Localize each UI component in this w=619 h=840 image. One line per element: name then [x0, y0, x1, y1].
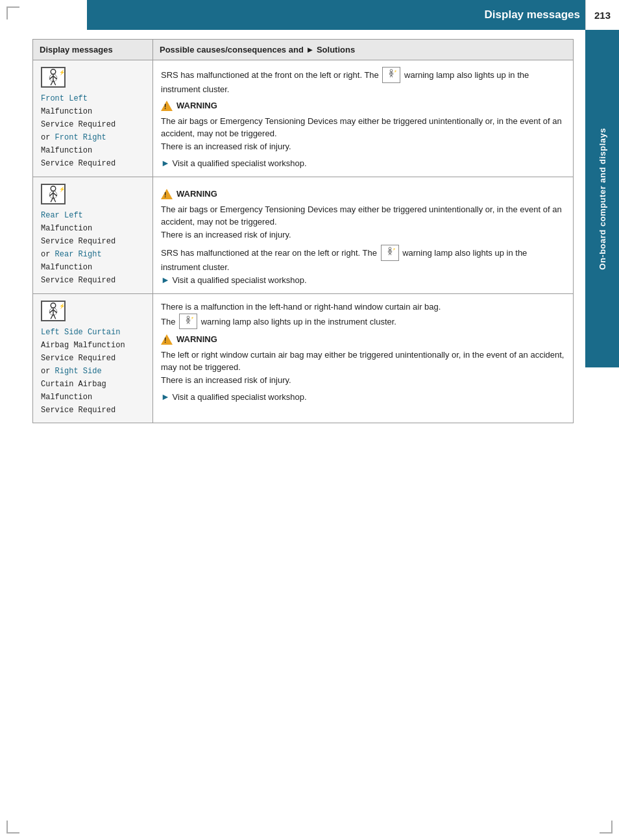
header-title: Display messages	[485, 8, 580, 21]
page-number: 213	[585, 0, 619, 30]
svg-text:⚡: ⚡	[59, 69, 64, 75]
main-content: Display messages Possible causes/consequ…	[32, 39, 574, 423]
svg-text:⚡: ⚡	[394, 69, 398, 73]
corner-mark-bl	[6, 821, 19, 834]
warning-header-2: WARNING	[161, 188, 565, 201]
warning-text-3b: There is an increased risk of injury.	[161, 374, 565, 387]
col2-header-text: Possible causes/consequences and ► Solut…	[160, 45, 355, 55]
col-header-causes: Possible causes/consequences and ► Solut…	[153, 40, 574, 60]
srs-icon-svg-2: ⚡	[42, 184, 64, 204]
display-line-front-right: Front Right	[55, 133, 106, 142]
warning-triangle-3	[161, 334, 173, 345]
svg-line-18	[49, 193, 53, 196]
display-line-service-3a: Service Required	[41, 354, 115, 363]
corner-mark-br	[600, 821, 613, 834]
display-line-curtain-3: Curtain Airbag	[41, 380, 106, 389]
svg-point-8	[391, 69, 393, 72]
warning-label-2: WARNING	[176, 188, 217, 201]
srs-icon-svg-1: ⚡	[42, 68, 64, 87]
display-line-service-2b: Service Required	[41, 276, 115, 285]
warning-text-2a: The air bags or Emergency Tensioning Dev…	[161, 203, 565, 229]
svg-point-16	[51, 186, 56, 191]
display-cell-2: ⚡ Rear Left Malfunction Service Required…	[33, 177, 153, 294]
causes-cell-2: WARNING The air bags or Emergency Tensio…	[153, 177, 574, 294]
warning-text-3a: The left or right window curtain air bag…	[161, 349, 565, 374]
svg-line-34	[49, 310, 53, 313]
warning-block-1: WARNING The air bags or Emergency Tensio…	[161, 99, 565, 153]
display-line-or-1: or	[41, 133, 55, 142]
inline-icon-2: ⚡	[381, 245, 399, 261]
display-line-rear-left: Rear Left	[41, 211, 83, 220]
arrow-icon-1: ►	[161, 158, 170, 168]
inline-srs-svg-1: ⚡	[385, 69, 397, 78]
display-line-or-3: or	[41, 367, 55, 376]
display-line-service-3b: Service Required	[41, 406, 115, 415]
warning-triangle-2	[161, 189, 173, 199]
display-line-malfunction-2b: Malfunction	[41, 263, 92, 272]
corner-mark-tl	[6, 6, 19, 19]
warning-label-3: WARNING	[176, 333, 217, 346]
causes-intro-3: There is a malfunction in the left-hand …	[161, 301, 565, 314]
display-line-malfunction-1a: Malfunction	[41, 107, 92, 116]
arrow-icon-2: ►	[161, 275, 170, 285]
inline-icon-3: ⚡	[179, 314, 197, 330]
display-line-malfunction-3b: Malfunction	[41, 393, 92, 402]
srs-icon-3: ⚡	[41, 301, 66, 321]
svg-line-2	[49, 76, 53, 79]
display-message-1: Front Left Malfunction Service Required …	[41, 92, 145, 169]
svg-point-24	[389, 247, 391, 250]
srs-icon-svg-3: ⚡	[42, 301, 64, 321]
side-tab: On-board computer and displays	[585, 30, 619, 367]
svg-point-40	[187, 315, 189, 318]
table-row: ⚡ Rear Left Malfunction Service Required…	[33, 177, 574, 294]
causes-cell-1: SRS has malfunctioned at the front on th…	[153, 60, 574, 177]
table-header-row: Display messages Possible causes/consequ…	[33, 40, 574, 60]
display-line-service-1b: Service Required	[41, 159, 115, 168]
display-message-3: Left Side Curtain Airbag Malfunction Ser…	[41, 325, 145, 416]
inline-srs-svg-3: ⚡	[182, 315, 194, 325]
display-line-right-side: Right Side	[55, 367, 102, 376]
inline-srs-svg-2: ⚡	[384, 247, 396, 256]
svg-text:⚡: ⚡	[59, 303, 64, 309]
warning-header-3: WARNING	[161, 333, 565, 346]
warning-block-2: WARNING The air bags or Emergency Tensio…	[161, 188, 565, 241]
svg-point-0	[51, 69, 56, 75]
solution-1: ► Visit a qualified specialist workshop.	[161, 156, 565, 170]
warning-triangle-1	[161, 101, 173, 111]
display-message-2: Rear Left Malfunction Service Required o…	[41, 208, 145, 286]
svg-point-32	[51, 303, 56, 308]
display-line-front-left: Front Left	[41, 94, 88, 103]
causes-text-2: SRS has malfunctioned at the rear on the…	[161, 245, 565, 273]
display-line-malfunction-2a: Malfunction	[41, 224, 92, 233]
causes-text-3: The ⚡	[161, 314, 565, 330]
display-cell-3: ⚡ Left Side Curtain Airbag Malfunction S…	[33, 294, 153, 423]
table-row: ⚡ Left Side Curtain Airbag Malfunction S…	[33, 294, 574, 423]
srs-icon-1: ⚡	[41, 67, 66, 88]
display-line-service-2a: Service Required	[41, 237, 115, 246]
display-line-malfunction-1b: Malfunction	[41, 146, 92, 155]
display-line-rear-right: Rear Right	[55, 250, 102, 259]
svg-text:⚡: ⚡	[59, 186, 64, 192]
srs-icon-2: ⚡	[41, 184, 66, 204]
warning-text-1b: There is an increased risk of injury.	[161, 140, 565, 153]
causes-cell-3: There is a malfunction in the left-hand …	[153, 294, 574, 423]
table-row: ⚡ Front Left Malfunction Service Require…	[33, 60, 574, 177]
display-line-airbag-3: Airbag Malfunction	[41, 341, 125, 350]
display-line-or-2: or	[41, 250, 55, 259]
warning-header-1: WARNING	[161, 99, 565, 112]
arrow-icon-3: ►	[161, 391, 170, 402]
warning-label-1: WARNING	[176, 99, 217, 112]
causes-text-1: SRS has malfunctioned at the front on th…	[161, 67, 565, 95]
display-line-left-side: Left Side Curtain	[41, 328, 120, 337]
warning-text-2b: There is an increased risk of injury.	[161, 229, 565, 241]
warning-block-3: WARNING The left or right window curtain…	[161, 333, 565, 386]
display-line-service-1a: Service Required	[41, 120, 115, 129]
display-cell-1: ⚡ Front Left Malfunction Service Require…	[33, 60, 153, 177]
svg-text:⚡: ⚡	[191, 315, 194, 319]
inline-icon-1: ⚡	[382, 67, 400, 83]
solution-3: ► Visit a qualified specialist workshop.	[161, 390, 565, 404]
main-table: Display messages Possible causes/consequ…	[32, 39, 574, 423]
col-header-display: Display messages	[33, 40, 153, 60]
warning-text-1a: The air bags or Emergency Tensioning Dev…	[161, 115, 565, 140]
svg-text:⚡: ⚡	[393, 247, 396, 251]
